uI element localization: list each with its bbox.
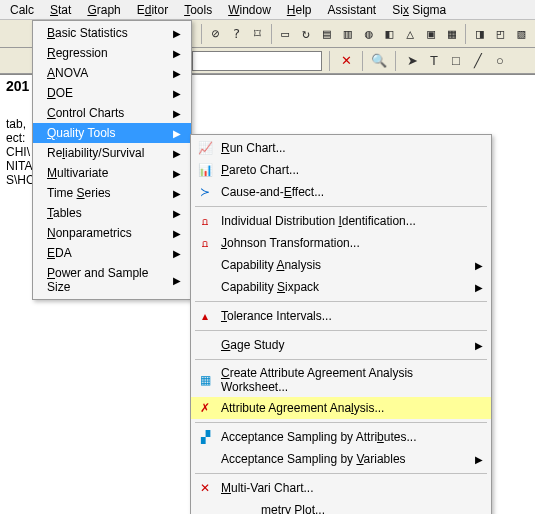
tool-icon[interactable]: ◧ xyxy=(380,24,399,44)
menu-pareto-chart[interactable]: 📊Pareto Chart... xyxy=(191,159,491,181)
distribution-icon: ⩍ xyxy=(197,213,213,229)
menu-nonparametrics[interactable]: Nonparametrics▶ xyxy=(33,223,191,243)
menu-anova[interactable]: ANOVA▶ xyxy=(33,63,191,83)
help-icon[interactable]: ? xyxy=(227,24,246,44)
cancel-icon[interactable]: ⊘ xyxy=(206,24,225,44)
menu-stat[interactable]: Stat xyxy=(42,1,79,19)
menu-sixsigma[interactable]: Six Sigma xyxy=(384,1,454,19)
tool-icon[interactable]: ◰ xyxy=(491,24,510,44)
menu-gage-study[interactable]: Gage Study▶ xyxy=(191,334,491,356)
rect-icon[interactable]: □ xyxy=(447,52,465,70)
menu-tools[interactable]: Tools xyxy=(176,1,220,19)
menu-multi-vari-chart[interactable]: ✕Multi-Vari Chart... xyxy=(191,477,491,499)
menu-acceptance-sampling-variables[interactable]: Acceptance Sampling by Variables▶ xyxy=(191,448,491,470)
menu-help[interactable]: Help xyxy=(279,1,320,19)
tool-icon[interactable]: ◨ xyxy=(470,24,489,44)
menu-divider xyxy=(195,422,487,423)
menu-regression[interactable]: Regression▶ xyxy=(33,43,191,63)
menu-divider xyxy=(195,206,487,207)
tool-icon[interactable]: ↻ xyxy=(297,24,316,44)
tool-icon[interactable]: ▣ xyxy=(422,24,441,44)
menu-attribute-agreement-analysis[interactable]: ✗Attribute Agreement Analysis... xyxy=(191,397,491,419)
search-icon[interactable]: 🔍 xyxy=(370,52,388,70)
circle-icon[interactable]: ○ xyxy=(491,52,509,70)
tolerance-icon: ▴ xyxy=(197,308,213,324)
fishbone-icon: ≻ xyxy=(197,184,213,200)
menu-create-attribute-worksheet[interactable]: ▦Create Attribute Agreement Analysis Wor… xyxy=(191,363,491,397)
sampling-icon: ▞ xyxy=(197,429,213,445)
line-icon[interactable]: ╱ xyxy=(469,52,487,70)
menu-power-sample-size[interactable]: Power and Sample Size▶ xyxy=(33,263,191,297)
menu-eda[interactable]: EDA▶ xyxy=(33,243,191,263)
menu-quality-tools[interactable]: Quality Tools▶ xyxy=(33,123,191,143)
tool-icon[interactable]: ▥ xyxy=(338,24,357,44)
tool-icon[interactable]: ▤ xyxy=(317,24,336,44)
menu-johnson-transformation[interactable]: ⩍Johnson Transformation... xyxy=(191,232,491,254)
attribute-icon: ✗ xyxy=(197,400,213,416)
menu-editor[interactable]: Editor xyxy=(129,1,176,19)
menu-doe[interactable]: DOE▶ xyxy=(33,83,191,103)
menu-assistant[interactable]: Assistant xyxy=(320,1,385,19)
blank-icon xyxy=(197,502,213,514)
transform-icon: ⩍ xyxy=(197,235,213,251)
blank-icon xyxy=(197,279,213,295)
menu-run-chart[interactable]: 📈Run Chart... xyxy=(191,137,491,159)
menubar: Calc Stat Graph Editor Tools Window Help… xyxy=(0,0,535,20)
pointer-icon[interactable]: ➤ xyxy=(403,52,421,70)
menu-tables[interactable]: Tables▶ xyxy=(33,203,191,223)
menu-capability-sixpack[interactable]: Capability Sixpack▶ xyxy=(191,276,491,298)
run-chart-icon: 📈 xyxy=(197,140,213,156)
quality-tools-submenu: 📈Run Chart... 📊Pareto Chart... ≻Cause-an… xyxy=(190,134,492,514)
blank-icon xyxy=(197,337,213,353)
pareto-icon: 📊 xyxy=(197,162,213,178)
menu-acceptance-sampling-attributes[interactable]: ▞Acceptance Sampling by Attributes... xyxy=(191,426,491,448)
menu-individual-distribution[interactable]: ⩍Individual Distribution Identification.… xyxy=(191,210,491,232)
menu-divider xyxy=(195,473,487,474)
menu-divider xyxy=(195,330,487,331)
menu-control-charts[interactable]: Control Charts▶ xyxy=(33,103,191,123)
tool-icon[interactable]: ▦ xyxy=(443,24,462,44)
menu-reliability-survival[interactable]: Reliability/Survival▶ xyxy=(33,143,191,163)
name-box[interactable] xyxy=(192,51,322,71)
menu-window[interactable]: Window xyxy=(220,1,279,19)
multivari-icon: ✕ xyxy=(197,480,213,496)
menu-symmetry-plot[interactable]: metry Plot... xyxy=(191,499,491,514)
menu-basic-statistics[interactable]: Basic Statistics▶ xyxy=(33,23,191,43)
menu-time-series[interactable]: Time Series▶ xyxy=(33,183,191,203)
worksheet-icon: ▦ xyxy=(197,372,213,388)
tool-icon[interactable]: ▭ xyxy=(276,24,295,44)
tool-icon[interactable]: ▧ xyxy=(512,24,531,44)
menu-multivariate[interactable]: Multivariate▶ xyxy=(33,163,191,183)
blank-icon xyxy=(197,257,213,273)
stat-menu-dropdown: Basic Statistics▶ Regression▶ ANOVA▶ DOE… xyxy=(32,20,192,300)
close-icon[interactable]: ✕ xyxy=(337,52,355,70)
tool-icon[interactable]: ◍ xyxy=(359,24,378,44)
menu-graph[interactable]: Graph xyxy=(79,1,128,19)
menu-divider xyxy=(195,301,487,302)
tool-icon[interactable]: △ xyxy=(401,24,420,44)
menu-capability-analysis[interactable]: Capability Analysis▶ xyxy=(191,254,491,276)
paste-icon[interactable]: ⌑ xyxy=(248,24,267,44)
menu-divider xyxy=(195,359,487,360)
text-icon[interactable]: T xyxy=(425,52,443,70)
menu-cause-effect[interactable]: ≻Cause-and-Effect... xyxy=(191,181,491,203)
menu-tolerance-intervals[interactable]: ▴Tolerance Intervals... xyxy=(191,305,491,327)
blank-icon xyxy=(197,451,213,467)
menu-calc[interactable]: Calc xyxy=(2,1,42,19)
